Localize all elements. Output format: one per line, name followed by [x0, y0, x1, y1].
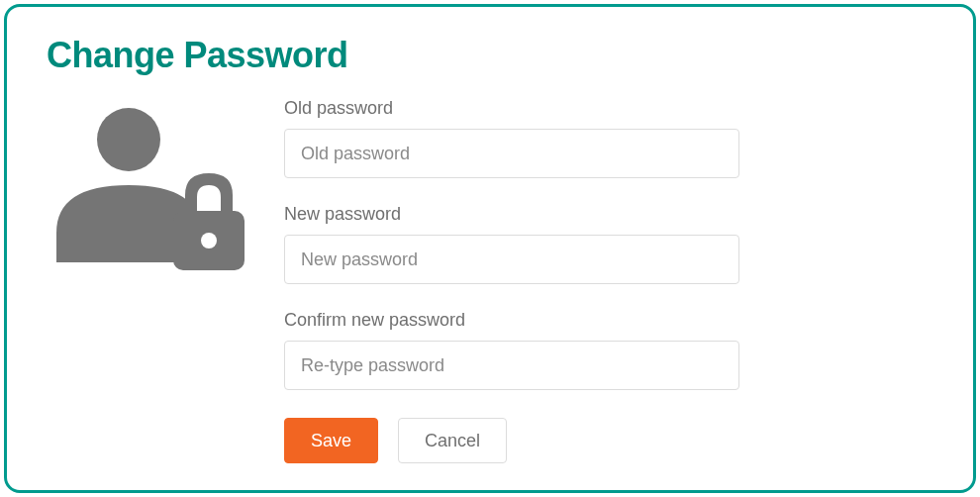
new-password-label: New password — [284, 204, 739, 225]
change-password-card: Change Password Old password New passwor… — [4, 4, 976, 493]
page-title: Change Password — [47, 35, 933, 76]
content-row: Old password New password Confirm new pa… — [47, 98, 933, 463]
confirm-password-label: Confirm new password — [284, 310, 739, 331]
new-password-input[interactable] — [284, 235, 739, 284]
old-password-label: Old password — [284, 98, 739, 119]
save-button[interactable]: Save — [284, 418, 378, 463]
button-row: Save Cancel — [284, 418, 739, 463]
confirm-password-input[interactable] — [284, 341, 739, 390]
svg-point-0 — [97, 108, 160, 171]
svg-point-2 — [201, 233, 217, 248]
cancel-button[interactable]: Cancel — [398, 418, 507, 463]
old-password-input[interactable] — [284, 129, 739, 178]
password-form: Old password New password Confirm new pa… — [284, 98, 739, 463]
user-lock-icon — [47, 98, 245, 272]
